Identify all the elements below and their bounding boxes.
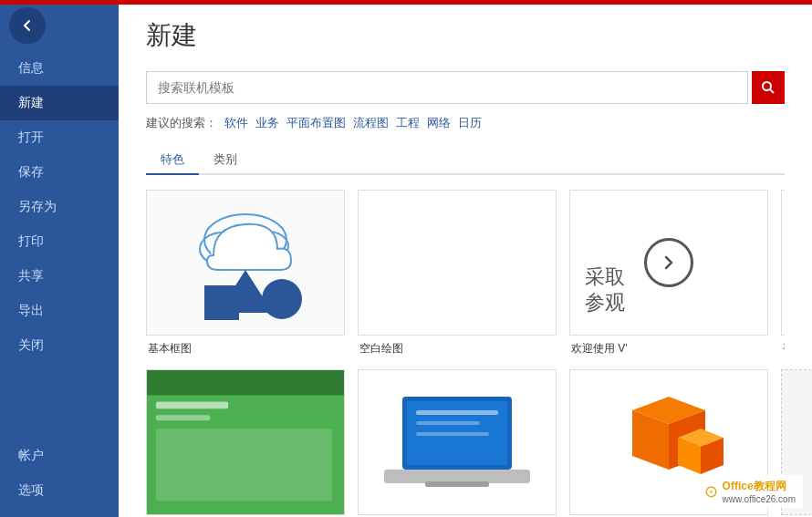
svg-line-1 (770, 89, 774, 93)
sidebar-item-close[interactable]: 关闭 (0, 328, 119, 363)
office-icon: ⊙ (704, 481, 718, 501)
template-thumb-blank (358, 190, 557, 336)
tour-text-line1: 采取 (585, 265, 625, 288)
template-label-floorplan: 平面布 (781, 341, 785, 357)
template-green[interactable] (146, 369, 345, 517)
svg-rect-20 (384, 470, 530, 483)
watermark-site: Office教程网 (723, 479, 796, 494)
template-thumb-basic (146, 190, 345, 336)
back-button[interactable] (9, 7, 46, 44)
svg-rect-14 (147, 370, 344, 396)
svg-rect-22 (416, 410, 498, 415)
template-welcome[interactable]: 采取 参观 欢迎使用 V' (569, 190, 768, 357)
svg-rect-24 (416, 432, 489, 436)
svg-rect-15 (156, 401, 228, 408)
svg-rect-16 (156, 415, 210, 420)
suggestion-floorplan[interactable]: 平面布置图 (286, 115, 346, 131)
sidebar-item-saveas[interactable]: 另存为 (0, 190, 119, 224)
template-thumb-floorplan (781, 190, 785, 336)
svg-rect-7 (204, 285, 239, 320)
watermark: ⊙ Office教程网 www.office26.com (697, 475, 803, 508)
search-icon (761, 80, 776, 95)
sidebar-item-save[interactable]: 保存 (0, 155, 119, 190)
suggestion-engineering[interactable]: 工程 (396, 115, 420, 131)
search-button[interactable] (752, 71, 785, 104)
tour-text-line2: 参观 (585, 291, 625, 314)
suggestion-business[interactable]: 业务 (255, 115, 279, 131)
template-label-welcome: 欢迎使用 V' (569, 341, 768, 357)
suggestion-calendar[interactable]: 日历 (458, 115, 482, 131)
sidebar-item-share[interactable]: 共享 (0, 259, 119, 294)
sidebar-item-new[interactable]: 新建 (0, 86, 119, 120)
template-grid-row1: 基本框图 空白绘图 采取 参观 (146, 190, 785, 357)
suggestions-label: 建议的搜索： (146, 115, 217, 131)
svg-point-0 (763, 82, 771, 90)
green-template-svg (147, 369, 344, 515)
svg-rect-23 (416, 421, 480, 425)
template-label-basic: 基本框图 (146, 341, 345, 357)
template-thumb-green (146, 369, 345, 515)
suggestion-network[interactable]: 网络 (427, 115, 451, 131)
laptop-svg (375, 383, 539, 501)
sidebar-bottom: 帐户 选项 (0, 439, 119, 508)
search-input[interactable] (146, 71, 748, 104)
template-thumb-welcome: 采取 参观 (569, 190, 768, 336)
arrow-circle (644, 238, 693, 287)
template-blank[interactable]: 空白绘图 (358, 190, 557, 357)
template-basic-shapes[interactable]: 基本框图 (146, 190, 345, 357)
red-accent-bar (119, 0, 812, 5)
template-label-blank: 空白绘图 (358, 341, 557, 357)
main-content: 新建 建议的搜索： 软件 业务 平面布置图 流程图 工程 网络 日历 特色 类别 (119, 0, 812, 517)
template-thumb-laptop (358, 369, 557, 515)
sidebar-item-export[interactable]: 导出 (0, 294, 119, 328)
sidebar-item-print[interactable]: 打印 (0, 224, 119, 259)
arrow-right-icon (658, 252, 680, 274)
sidebar-nav: 信息 新建 打开 保存 另存为 打印 共享 导出 关闭 (0, 51, 119, 439)
sidebar-item-account[interactable]: 帐户 (0, 439, 119, 473)
sidebar-item-info[interactable]: 信息 (0, 51, 119, 86)
suggestion-software[interactable]: 软件 (224, 115, 248, 131)
template-floorplan[interactable]: 平面布 (781, 190, 785, 357)
page-title: 新建 (146, 18, 785, 53)
filter-tabs: 特色 类别 (146, 146, 785, 175)
template-laptop[interactable] (358, 369, 557, 517)
shapes-svg (163, 199, 328, 326)
svg-rect-17 (156, 429, 332, 501)
svg-rect-21 (425, 481, 489, 487)
suggestions-bar: 建议的搜索： 软件 业务 平面布置图 流程图 工程 网络 日历 (146, 115, 785, 131)
tab-category[interactable]: 类别 (199, 146, 252, 175)
suggestion-flowchart[interactable]: 流程图 (353, 115, 389, 131)
svg-point-8 (262, 279, 302, 319)
tab-featured[interactable]: 特色 (146, 146, 199, 175)
template-grid-row2 (146, 369, 785, 517)
sidebar-item-options[interactable]: 选项 (0, 473, 119, 508)
search-container (146, 71, 785, 104)
sidebar: 信息 新建 打开 保存 另存为 打印 共享 导出 关闭 帐户 选项 (0, 0, 119, 517)
sidebar-item-open[interactable]: 打开 (0, 120, 119, 155)
watermark-url: www.office26.com (723, 494, 796, 504)
